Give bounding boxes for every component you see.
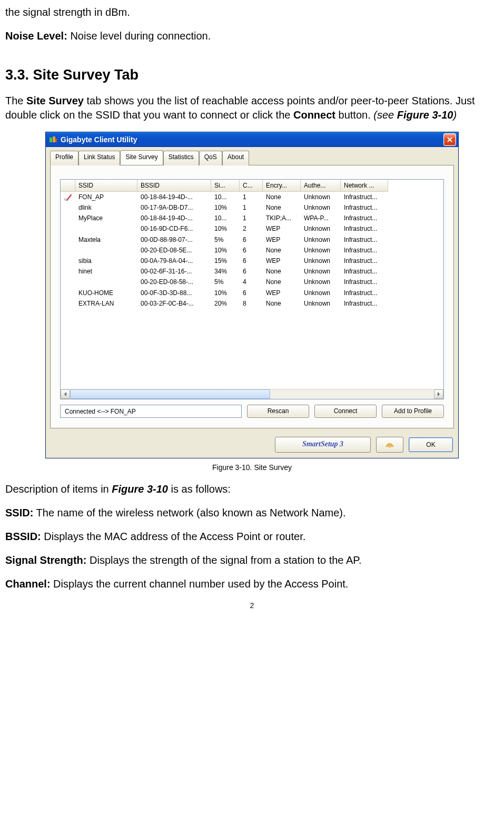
cell-enc: None <box>263 192 301 202</box>
tab-link-status[interactable]: Link Status <box>78 151 120 165</box>
cell-signal: 10% <box>211 223 240 234</box>
cell-net: Infrastruct... <box>341 245 388 256</box>
horizontal-scrollbar[interactable] <box>61 389 443 399</box>
titlebar[interactable]: Gigabyte Client Utility <box>46 132 458 147</box>
close-button[interactable] <box>443 133 456 146</box>
cell-ssid <box>75 245 137 256</box>
table-row[interactable]: 00-16-9D-CD-F6...10%2WEPUnknownInfrastru… <box>61 223 443 234</box>
table-row[interactable]: 00-20-ED-08-58-...5%4NoneUnknownInfrastr… <box>61 277 443 287</box>
add-to-profile-button[interactable]: Add to Profile <box>382 405 444 418</box>
svg-rect-2 <box>55 139 57 142</box>
col-header-auth[interactable]: Authe... <box>301 180 341 192</box>
wireless-icon-button[interactable] <box>376 437 403 453</box>
cell-auth: WPA-P... <box>301 213 341 223</box>
table-row[interactable]: Maxtela00-0D-88-98-07-...5%6WEPUnknownIn… <box>61 234 443 245</box>
tab-qos[interactable]: QoS <box>199 151 222 165</box>
cell-bssid: 00-16-9D-CD-F6... <box>137 223 211 234</box>
table-row[interactable]: MyPlace00-18-84-19-4D-...10...1TKIP;A...… <box>61 213 443 223</box>
app-icon <box>49 135 57 144</box>
cell-chan: 6 <box>240 288 263 298</box>
col-header-ssid[interactable]: SSID <box>75 180 137 192</box>
ok-button[interactable]: OK <box>409 437 453 452</box>
def-ssid: SSID: The name of the wireless network (… <box>5 506 499 520</box>
cell-auth: Unknown <box>301 266 341 277</box>
scroll-thumb[interactable] <box>70 389 270 399</box>
cell-ssid: hinet <box>75 266 137 277</box>
connect-button[interactable]: Connect <box>314 405 377 418</box>
tab-panel-site-survey: SSID BSSID Si... C... Encry... Authe... … <box>50 165 454 428</box>
connected-icon <box>64 193 72 201</box>
table-row[interactable]: dlink00-17-9A-DB-D7...10%1NoneUnknownInf… <box>61 202 443 213</box>
row-icon-cell <box>61 223 75 234</box>
table-row[interactable]: EXTRA-LAN00-03-2F-0C-B4-...20%8NoneUnkno… <box>61 298 443 309</box>
row-icon-cell <box>61 245 75 256</box>
cell-chan: 4 <box>240 277 263 287</box>
list-empty-area <box>61 309 443 389</box>
paragraph-desc-intro: Description of items in Figure 3-10 is a… <box>5 482 499 496</box>
cell-enc: None <box>263 298 301 309</box>
cell-bssid: 00-03-2F-0C-B4-... <box>137 298 211 309</box>
scroll-left-button[interactable] <box>61 389 70 399</box>
cell-signal: 5% <box>211 234 240 245</box>
col-header-channel[interactable]: C... <box>240 180 263 192</box>
col-header-signal[interactable]: Si... <box>211 180 240 192</box>
table-row[interactable]: 00-20-ED-08-5E...10%6NoneUnknownInfrastr… <box>61 245 443 256</box>
network-list[interactable]: SSID BSSID Si... C... Encry... Authe... … <box>60 179 444 399</box>
table-row[interactable]: sibia00-0A-79-8A-04-...15%6WEPUnknownInf… <box>61 256 443 266</box>
rescan-button[interactable]: Rescan <box>247 405 309 418</box>
table-row[interactable]: KUO-HOME00-0F-3D-3D-88...10%6WEPUnknownI… <box>61 288 443 298</box>
row-icon-cell <box>61 288 75 298</box>
cell-chan: 1 <box>240 202 263 213</box>
cell-net: Infrastruct... <box>341 223 388 234</box>
figure-caption: Figure 3-10. Site Survey <box>5 463 499 473</box>
cell-chan: 6 <box>240 256 263 266</box>
cell-bssid: 00-20-ED-08-5E... <box>137 245 211 256</box>
tab-about[interactable]: About <box>222 151 249 165</box>
cell-enc: TKIP;A... <box>263 213 301 223</box>
cell-net: Infrastruct... <box>341 213 388 223</box>
cell-auth: Unknown <box>301 192 341 202</box>
cell-bssid: 00-0A-79-8A-04-... <box>137 256 211 266</box>
cell-ssid: EXTRA-LAN <box>75 298 137 309</box>
cell-bssid: 00-0D-88-98-07-... <box>137 234 211 245</box>
cell-ssid: Maxtela <box>75 234 137 245</box>
cell-net: Infrastruct... <box>341 256 388 266</box>
cell-bssid: 00-0F-3D-3D-88... <box>137 288 211 298</box>
label-noise-level: Noise Level: <box>5 30 67 42</box>
col-header-icon[interactable] <box>61 180 75 192</box>
scroll-track[interactable] <box>70 389 434 399</box>
cell-bssid: 00-18-84-19-4D-... <box>137 192 211 202</box>
scroll-right-button[interactable] <box>434 389 443 399</box>
tab-statistics[interactable]: Statistics <box>163 151 199 165</box>
col-header-bssid[interactable]: BSSID <box>137 180 211 192</box>
tab-profile[interactable]: Profile <box>50 151 78 165</box>
col-header-encryption[interactable]: Encry... <box>263 180 301 192</box>
text-noise-desc: Noise level during connection. <box>67 30 211 42</box>
cell-net: Infrastruct... <box>341 277 388 287</box>
cell-enc: WEP <box>263 234 301 245</box>
table-row[interactable]: FON_AP00-18-84-19-4D-...10...1NoneUnknow… <box>61 192 443 202</box>
row-icon-cell <box>61 298 75 309</box>
cell-auth: Unknown <box>301 288 341 298</box>
table-row[interactable]: hinet00-02-6F-31-16-...34%6NoneUnknownIn… <box>61 266 443 277</box>
window-title: Gigabyte Client Utility <box>61 135 137 145</box>
client-utility-window: Gigabyte Client Utility Profile Link Sta… <box>45 132 459 458</box>
row-icon-cell <box>61 213 75 223</box>
svg-rect-3 <box>64 199 67 200</box>
cell-enc: None <box>263 277 301 287</box>
cell-net: Infrastruct... <box>341 298 388 309</box>
def-channel: Channel: Displays the current channel nu… <box>5 577 499 591</box>
cell-chan: 6 <box>240 234 263 245</box>
cell-auth: Unknown <box>301 256 341 266</box>
cell-net: Infrastruct... <box>341 202 388 213</box>
tabs: Profile Link Status Site Survey Statisti… <box>46 147 458 164</box>
tab-site-survey[interactable]: Site Survey <box>120 150 163 164</box>
cell-signal: 10... <box>211 192 240 202</box>
cell-auth: Unknown <box>301 245 341 256</box>
col-header-network[interactable]: Network ... <box>341 180 388 192</box>
smartsetup-button[interactable]: SmartSetup 3 <box>275 437 371 453</box>
cell-signal: 10% <box>211 202 240 213</box>
cell-signal: 20% <box>211 298 240 309</box>
paragraph-noise-level: Noise Level: Noise level during connecti… <box>5 29 499 43</box>
cell-bssid: 00-02-6F-31-16-... <box>137 266 211 277</box>
